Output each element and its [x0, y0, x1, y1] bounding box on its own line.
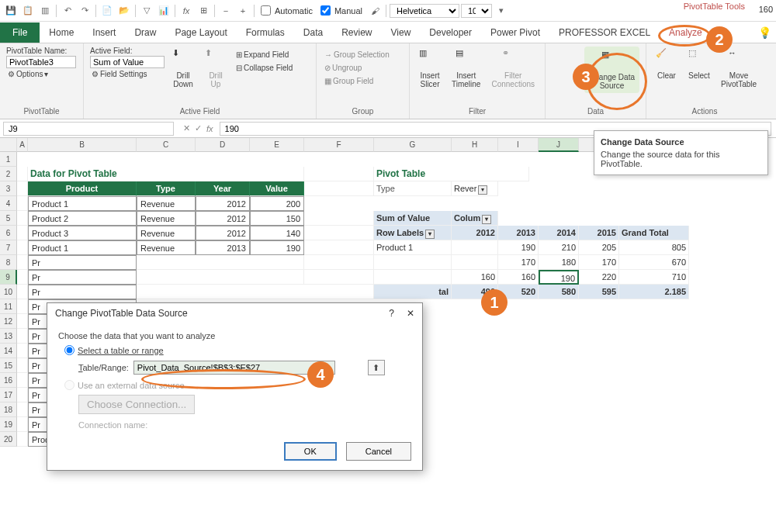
- automatic-checkbox[interactable]: Automatic: [261, 5, 313, 16]
- dialog-title: Change PivotTable Data Source: [55, 308, 188, 319]
- row-labels-dropdown-icon[interactable]: ▾: [425, 230, 435, 239]
- filter-dropdown-icon[interactable]: ▾: [478, 185, 487, 195]
- col-labels-dropdown-icon[interactable]: ▾: [482, 215, 491, 224]
- more-icon[interactable]: ▾: [494, 3, 509, 19]
- expand-field-button[interactable]: ⊞ Expand Field: [234, 50, 294, 60]
- drill-up-button[interactable]: ⬆Drill Up: [202, 47, 230, 90]
- save-icon[interactable]: 💾: [3, 3, 19, 19]
- filter-connections-button[interactable]: ⚭Filter Connections: [488, 47, 538, 90]
- cancel-icon[interactable]: ✕: [183, 123, 190, 133]
- change-data-source-tooltip: Change Data Source Change the source dat…: [594, 130, 768, 175]
- dialog-instruction: Choose the data that you want to analyze: [58, 331, 411, 340]
- move-pivottable-button[interactable]: ↔Move PivotTable: [718, 47, 760, 90]
- tab-formulas[interactable]: Formulas: [237, 22, 294, 43]
- select-all-cell[interactable]: [0, 138, 17, 152]
- annotation-bubble-1: 1: [481, 289, 508, 316]
- filter-icon[interactable]: ▽: [139, 3, 154, 19]
- page-icon[interactable]: 📄: [99, 3, 115, 19]
- brush-icon[interactable]: 🖌: [367, 3, 383, 19]
- change-data-source-dialog: Change PivotTable Data Source ? ✕ Choose…: [47, 302, 423, 471]
- paste-icon[interactable]: 📋: [20, 3, 36, 19]
- tab-analyze[interactable]: Analyze: [660, 22, 712, 43]
- ribbon: PivotTable Name: ⚙ Options ▾ PivotTable …: [0, 43, 776, 119]
- quick-access-toolbar: 💾 📋 ▥ ↶ ↷ 📄 📂 ▽ 📊 fx ⊞ − + Automatic Man…: [0, 0, 776, 22]
- select-table-range-radio[interactable]: Select a table or range: [64, 345, 411, 355]
- corner-value: 160: [759, 5, 773, 14]
- chart-icon[interactable]: 📊: [156, 3, 171, 19]
- clear-button[interactable]: 🧹Clear: [653, 47, 681, 81]
- insert-timeline-button[interactable]: ▤Insert Timeline: [449, 47, 483, 90]
- table-range-label: Table/Range:: [78, 363, 129, 372]
- options-button[interactable]: ⚙ Options ▾: [6, 69, 77, 79]
- doc-icon[interactable]: ▥: [37, 3, 53, 19]
- pt-name-label: PivotTable Name:: [6, 47, 77, 55]
- tab-view[interactable]: View: [382, 22, 421, 43]
- zoom-in-icon[interactable]: +: [235, 3, 251, 19]
- tab-file[interactable]: File: [0, 22, 40, 43]
- open-icon[interactable]: 📂: [116, 3, 132, 19]
- tab-insert[interactable]: Insert: [83, 22, 125, 43]
- active-field-input[interactable]: [90, 56, 165, 68]
- external-source-radio[interactable]: Use an external data source: [64, 380, 411, 390]
- enter-icon[interactable]: ✓: [195, 123, 202, 133]
- redo-icon[interactable]: ↷: [77, 3, 92, 19]
- pivottable-tools-label: PivotTable Tools: [684, 2, 745, 11]
- font-size-dropdown[interactable]: 10: [461, 4, 492, 18]
- close-icon[interactable]: ✕: [407, 308, 414, 319]
- group-field-button[interactable]: ▦ Group Field: [323, 76, 403, 86]
- manual-checkbox[interactable]: Manual: [320, 5, 362, 16]
- undo-icon[interactable]: ↶: [60, 3, 75, 19]
- tell-me-icon[interactable]: 💡: [758, 26, 771, 39]
- annotation-bubble-2: 2: [706, 26, 733, 53]
- tab-power-pivot[interactable]: Power Pivot: [481, 22, 549, 43]
- help-icon[interactable]: ?: [389, 308, 394, 319]
- group-selection-button[interactable]: → Group Selection: [323, 50, 403, 60]
- tab-data[interactable]: Data: [294, 22, 332, 43]
- group-icon[interactable]: ⊞: [196, 3, 211, 19]
- font-dropdown[interactable]: Helvetica: [390, 4, 459, 18]
- cancel-button[interactable]: Cancel: [346, 442, 411, 461]
- tab-professor-excel[interactable]: PROFESSOR EXCEL: [549, 22, 660, 43]
- choose-connection-button: Choose Connection...: [78, 395, 195, 414]
- fx-icon[interactable]: fx: [178, 3, 194, 19]
- zoom-out-icon[interactable]: −: [218, 3, 234, 19]
- range-selector-button[interactable]: ⬆: [368, 360, 385, 375]
- annotation-bubble-3: 3: [573, 64, 599, 90]
- tab-page-layout[interactable]: Page Layout: [165, 22, 236, 43]
- name-box[interactable]: [3, 122, 174, 136]
- selected-cell[interactable]: 190: [539, 270, 579, 285]
- ungroup-button[interactable]: ⊘ Ungroup: [323, 63, 403, 73]
- tab-review[interactable]: Review: [332, 22, 381, 43]
- tab-developer[interactable]: Developer: [420, 22, 481, 43]
- select-button[interactable]: ⬚Select: [685, 47, 713, 81]
- active-field-label: Active Field:: [90, 47, 165, 55]
- fx-icon[interactable]: fx: [206, 124, 213, 133]
- field-settings-button[interactable]: ⚙ Field Settings: [90, 69, 165, 79]
- tab-draw[interactable]: Draw: [125, 22, 165, 43]
- tab-home[interactable]: Home: [40, 22, 83, 43]
- annotation-bubble-4: 4: [307, 361, 334, 388]
- pt-name-input[interactable]: [6, 56, 76, 68]
- insert-slicer-button[interactable]: ▥Insert Slicer: [416, 47, 444, 90]
- ribbon-tabs: File Home Insert Draw Page Layout Formul…: [0, 22, 776, 43]
- collapse-field-button[interactable]: ⊟ Collapse Field: [234, 63, 294, 73]
- ok-button[interactable]: OK: [284, 442, 337, 461]
- connection-name-label: Connection name:: [78, 420, 411, 430]
- table-range-input[interactable]: [133, 361, 335, 375]
- drill-down-button[interactable]: ⬇Drill Down: [169, 47, 197, 90]
